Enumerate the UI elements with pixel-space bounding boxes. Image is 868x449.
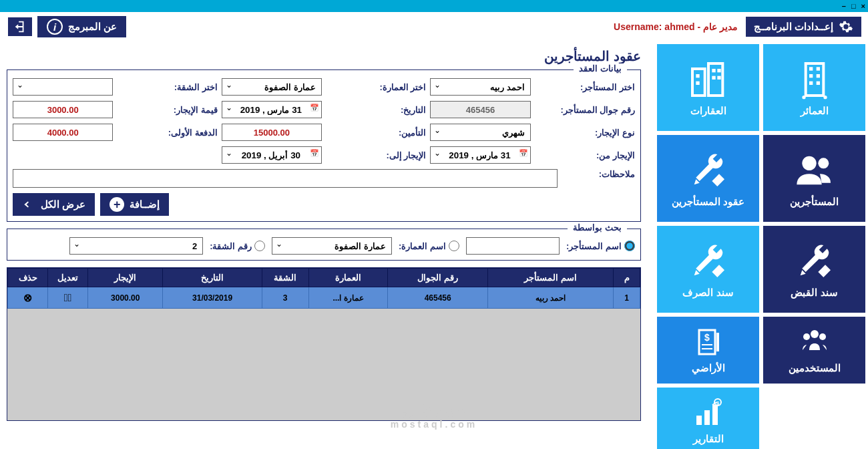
tile-receipt[interactable]: سند القبض: [763, 226, 865, 313]
add-label: إضــافة: [130, 198, 160, 210]
table-wrap[interactable]: م اسم المستأجر رقم الجوال العمارة الشقة …: [7, 267, 641, 421]
maximize-button[interactable]: □: [851, 2, 856, 10]
exit-icon: [13, 19, 27, 34]
svg-rect-14: [717, 76, 720, 80]
cell-date: 31/03/2019: [163, 287, 262, 309]
buildings-icon: [687, 58, 730, 101]
tile-tenants[interactable]: المستأجرين: [763, 135, 865, 222]
label-rent-type: نوع الإيجار:: [535, 128, 635, 138]
insurance-field[interactable]: [222, 124, 322, 141]
settings-button[interactable]: إعــدادات البرنامــج: [746, 17, 861, 37]
search-tenant-field[interactable]: [466, 237, 560, 255]
tile-label: سند الصرف: [682, 287, 733, 299]
th-date: التاريخ: [163, 269, 262, 287]
svg-point-18: [818, 158, 829, 168]
svg-rect-4: [816, 74, 819, 78]
radio-apartment[interactable]: [254, 241, 265, 251]
tenant-select[interactable]: [430, 78, 530, 96]
building-select[interactable]: [222, 78, 322, 96]
svg-point-7: [802, 96, 805, 99]
radio-building[interactable]: [449, 241, 459, 251]
rent-type-select[interactable]: [430, 124, 530, 141]
th-rent: الإيجار: [88, 269, 163, 287]
about-button[interactable]: عن المبرمج i: [37, 16, 126, 37]
rent-to-field[interactable]: [222, 146, 322, 164]
tile-label: عقود المستأجرين: [672, 196, 744, 208]
label-mobile: رقم جوال المستأجر:: [535, 105, 635, 115]
tile-contracts[interactable]: عقود المستأجرين: [657, 135, 759, 222]
radio-building-label: اسم العمارة:: [399, 241, 446, 251]
first-payment-field[interactable]: [13, 124, 113, 141]
label-notes: ملاحظات:: [562, 169, 635, 179]
search-box: بحث بواسطة اسم المستأجر: اسم العمارة: رق…: [7, 229, 641, 261]
contract-data-box: بيانات العقد اختر المستأجر: اختر العمارة…: [7, 69, 641, 222]
cell-name: احمد ربيه: [487, 287, 613, 309]
tools-icon: [687, 149, 730, 192]
content-area: عقود المستأجرين بيانات العقد اختر المستأ…: [0, 41, 654, 449]
about-label: عن المبرمج: [68, 21, 117, 33]
tile-label: الأراضي: [692, 362, 725, 374]
th-mobile: رقم الجوال: [388, 269, 487, 287]
label-insurance: التأمين:: [326, 128, 426, 138]
tile-label: التقارير: [693, 433, 724, 445]
minimize-button[interactable]: –: [842, 2, 846, 10]
apartment-select[interactable]: [13, 78, 113, 96]
edit-icon[interactable]: ✎⃞: [64, 292, 72, 303]
svg-rect-3: [809, 74, 813, 78]
label-apartment: اختر الشقة:: [117, 82, 217, 92]
chart-icon: $: [692, 397, 724, 429]
contracts-table: م اسم المستأجر رقم الجوال العمارة الشقة …: [7, 268, 640, 309]
svg-point-20: [811, 330, 819, 338]
add-button[interactable]: إضــافة +: [100, 193, 169, 216]
tile-users[interactable]: المستخدمين: [763, 317, 865, 384]
people-icon: [799, 326, 831, 358]
label-rent-value: قيمة الإيجار:: [117, 105, 217, 115]
gear-icon: [839, 19, 853, 34]
svg-point-19: [803, 333, 810, 340]
svg-point-17: [802, 156, 816, 170]
svg-rect-6: [816, 82, 819, 85]
tile-payment[interactable]: سند الصرف: [657, 226, 759, 313]
exit-button[interactable]: [7, 16, 33, 37]
svg-rect-29: [712, 405, 718, 425]
rent-value-field[interactable]: [13, 101, 113, 118]
radio-tenant-label: اسم المستأجر:: [566, 241, 622, 251]
date-field[interactable]: [222, 101, 322, 118]
th-building: العمارة: [308, 269, 388, 287]
tile-lands[interactable]: $ الأراضي: [657, 317, 759, 384]
table-row[interactable]: 1 احمد ربيه 465456 عمارة ا... 3 31/03/20…: [8, 287, 640, 309]
tile-buildings[interactable]: العمائر: [763, 44, 865, 131]
arrow-icon: [22, 198, 35, 211]
tile-label: المستأجرين: [790, 196, 839, 208]
label-date: التاريخ:: [326, 105, 426, 115]
tools-icon: [793, 240, 836, 283]
cell-rent: 3000.00: [88, 287, 163, 309]
svg-rect-27: [696, 416, 702, 425]
notes-field[interactable]: [13, 169, 558, 188]
tile-reports[interactable]: $ التقارير: [657, 388, 759, 449]
tile-label: العقارات: [690, 105, 726, 117]
users-icon: [793, 149, 836, 192]
tile-properties[interactable]: العقارات: [657, 44, 759, 131]
cell-mobile: 465456: [388, 287, 487, 309]
svg-rect-16: [696, 82, 699, 85]
rent-from-field[interactable]: [430, 146, 530, 164]
plus-icon: +: [110, 197, 124, 212]
radio-tenant[interactable]: [624, 241, 635, 251]
titlebar: – □ ×: [0, 0, 868, 12]
delete-icon[interactable]: ⊗: [23, 292, 32, 303]
cell-apt: 3: [262, 287, 308, 309]
tools-icon: [687, 240, 730, 283]
svg-rect-15: [696, 74, 699, 78]
document-icon: $: [692, 326, 724, 358]
search-apartment-select[interactable]: [69, 237, 203, 255]
header: إعــدادات البرنامــج Username: ahmed - م…: [0, 12, 868, 41]
svg-rect-1: [809, 67, 813, 70]
view-all-label: عرض الكل: [41, 198, 85, 210]
svg-rect-0: [805, 63, 823, 96]
settings-label: إعــدادات البرنامــج: [754, 21, 833, 33]
search-building-select[interactable]: [272, 237, 392, 255]
close-button[interactable]: ×: [861, 2, 865, 10]
svg-rect-11: [712, 69, 715, 72]
view-all-button[interactable]: عرض الكل: [13, 193, 95, 216]
